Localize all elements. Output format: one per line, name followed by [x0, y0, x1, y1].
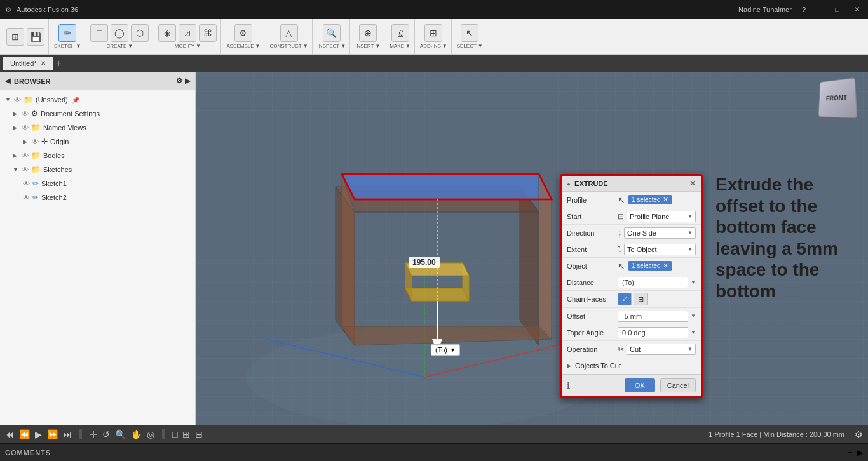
toolbar-section-modify[interactable]: ◈ ⊿ ⌘ MODIFY ▼ — [154, 19, 221, 54]
select-menu[interactable]: SELECT ▼ — [457, 43, 483, 49]
toolbar-section-assemble[interactable]: ⚙ ASSEMBLE ▼ — [222, 19, 264, 54]
operation-dropdown[interactable]: Cut ▼ — [627, 344, 696, 355]
info-icon[interactable]: ℹ — [567, 380, 570, 391]
make-icon[interactable]: 🖨 — [391, 24, 409, 42]
construct-menu[interactable]: CONSTRUCT ▼ — [269, 43, 308, 49]
visibility-sketch2-icon[interactable]: 👁 — [23, 194, 30, 201]
profile-selected-badge[interactable]: 1 selected ✕ — [628, 195, 672, 204]
play-back-icon[interactable]: ⏪ — [19, 429, 30, 439]
visibility-origin-icon[interactable]: 👁 — [32, 138, 39, 145]
toolbar-section-insert[interactable]: ⊕ INSERT ▼ — [351, 19, 384, 54]
insert-icon[interactable]: ⊕ — [359, 24, 377, 42]
close-button[interactable]: ✕ — [854, 5, 863, 14]
viewport[interactable]: 195.00 (To) ▼ FRONT ● EXTRUDE ✕ Pro — [196, 72, 868, 425]
distance-field[interactable]: (To) — [618, 277, 688, 288]
display-mode-icon[interactable]: □ — [172, 429, 177, 439]
pan-icon[interactable]: ✋ — [131, 429, 142, 439]
make-menu[interactable]: MAKE ▼ — [390, 43, 410, 49]
construct-icon[interactable]: △ — [280, 24, 298, 42]
sketch-tool-icon[interactable]: ✏ — [58, 24, 76, 42]
toolbar-section-create[interactable]: □ ◯ ⬡ CREATE ▼ — [86, 19, 153, 54]
create-icon1[interactable]: □ — [90, 24, 108, 42]
chain-faces-off-button[interactable]: ⊞ — [634, 293, 648, 305]
toolbar-section-model[interactable]: ✏ SKETCH ▼ — [50, 19, 85, 54]
distance-dropdown-arrow-icon[interactable]: ▼ — [691, 279, 696, 285]
visibility-sketches-icon[interactable]: 👁 — [22, 166, 29, 173]
viewcube[interactable]: FRONT — [811, 79, 862, 130]
offset-field[interactable]: -5 mm — [618, 311, 688, 322]
modify-menu[interactable]: MODIFY ▼ — [175, 43, 201, 49]
create-icon2[interactable]: ◯ — [111, 24, 128, 42]
object-selected-badge[interactable]: 1 selected ✕ — [628, 261, 672, 271]
play-icon[interactable]: ▶ — [35, 429, 42, 439]
minimize-button[interactable]: ─ — [816, 5, 825, 14]
taper-dropdown-arrow-icon[interactable]: ▼ — [691, 330, 696, 335]
new-tab-button[interactable]: + — [56, 58, 62, 69]
maximize-button[interactable]: □ — [835, 5, 844, 14]
tree-item-root[interactable]: ▼ 👁 📁 (Unsaved) 📌 — [0, 93, 195, 107]
insert-menu[interactable]: INSERT ▼ — [355, 43, 380, 49]
play-forward-icon[interactable]: ⏩ — [47, 429, 58, 439]
tree-item-doc-settings[interactable]: ▶ 👁 ⚙ Document Settings — [0, 107, 195, 121]
ok-button[interactable]: OK — [625, 378, 655, 392]
grid-icon[interactable]: ⊞ — [6, 28, 24, 46]
inspect-icon[interactable]: 🔍 — [323, 24, 341, 42]
chain-faces-on-button[interactable]: ✓ — [618, 293, 632, 305]
browser-settings-icon[interactable]: ⚙ — [176, 77, 182, 85]
cancel-button[interactable]: Cancel — [660, 378, 696, 392]
modify-icon3[interactable]: ⌘ — [199, 24, 217, 42]
visibility-sketch1-icon[interactable]: 👁 — [23, 180, 30, 187]
direction-dropdown[interactable]: One Side ▼ — [624, 227, 696, 239]
taper-field[interactable]: 0.0 deg — [618, 327, 688, 338]
visibility-doc-icon[interactable]: 👁 — [22, 110, 29, 117]
viewcube-box[interactable]: FRONT — [818, 77, 858, 118]
tree-item-bodies[interactable]: ▶ 👁 📁 Bodies — [0, 149, 195, 163]
extrude-collapse-icon[interactable]: ● — [567, 180, 571, 187]
profile-clear-button[interactable]: ✕ — [663, 196, 668, 204]
toolbar-section-inspect[interactable]: 🔍 INSPECT ▼ — [314, 19, 351, 54]
zoom-icon[interactable]: 🔍 — [115, 429, 126, 439]
addins-icon[interactable]: ⊞ — [424, 24, 442, 42]
browser-collapse-right-icon[interactable]: ▶ — [185, 77, 190, 85]
browser-collapse-icon[interactable]: ◀ — [5, 77, 10, 85]
offset-dropdown-arrow-icon[interactable]: ▼ — [691, 313, 696, 319]
comments-collapse-icon[interactable]: ▶ — [857, 448, 863, 457]
toolbar-section-addins[interactable]: ⊞ ADD-INS ▼ — [416, 19, 452, 54]
visibility-views-icon[interactable]: 👁 — [22, 124, 29, 131]
grid-display-icon[interactable]: ⊞ — [182, 429, 190, 439]
move-icon[interactable]: ✛ — [90, 429, 97, 439]
main-tab[interactable]: Untitled* ✕ — [3, 57, 53, 70]
orbit-icon[interactable]: ↺ — [102, 429, 110, 439]
assemble-menu[interactable]: ASSEMBLE ▼ — [226, 43, 260, 49]
help-icon[interactable]: ? — [802, 6, 806, 13]
assemble-icon[interactable]: ⚙ — [234, 24, 252, 42]
object-clear-button[interactable]: ✕ — [663, 262, 668, 270]
extrude-close-button[interactable]: ✕ — [689, 179, 696, 188]
display-settings-icon[interactable]: ⊟ — [195, 429, 203, 439]
inspect-menu[interactable]: INSPECT ▼ — [318, 43, 346, 49]
tree-item-sketch1[interactable]: 👁 ✏ Sketch1 — [0, 177, 195, 190]
extent-dropdown[interactable]: To Object ▼ — [624, 244, 696, 255]
visibility-bodies-icon[interactable]: 👁 — [22, 152, 29, 159]
look-at-icon[interactable]: ◎ — [147, 429, 154, 439]
play-next-icon[interactable]: ⏭ — [63, 429, 72, 439]
save-icon[interactable]: 💾 — [27, 28, 44, 46]
addins-menu[interactable]: ADD-INS ▼ — [420, 43, 447, 49]
toolbar-section-construct[interactable]: △ CONSTRUCT ▼ — [266, 19, 312, 54]
play-prev-icon[interactable]: ⏮ — [5, 429, 14, 439]
to-dropdown[interactable]: (To) ▼ — [431, 344, 460, 356]
select-icon[interactable]: ↖ — [461, 24, 478, 42]
create-menu[interactable]: CREATE ▼ — [106, 43, 133, 49]
visibility-icon[interactable]: 👁 — [14, 96, 21, 104]
display-quality-icon[interactable]: ⚙ — [855, 429, 863, 439]
create-icon3[interactable]: ⬡ — [131, 24, 149, 42]
toolbar-section-select[interactable]: ↖ SELECT ▼ — [453, 19, 487, 54]
tree-item-named-views[interactable]: ▶ 👁 📁 Named Views — [0, 121, 195, 135]
tree-item-sketches[interactable]: ▼ 👁 📁 Sketches — [0, 163, 195, 177]
toolbar-section-make[interactable]: 🖨 MAKE ▼ — [386, 19, 415, 54]
modify-icon2[interactable]: ⊿ — [179, 24, 196, 42]
tree-item-sketch2[interactable]: 👁 ✏ Sketch2 — [0, 190, 195, 204]
comments-add-icon[interactable]: + — [848, 448, 852, 457]
modify-icon1[interactable]: ◈ — [158, 24, 176, 42]
start-dropdown[interactable]: Profile Plane ▼ — [627, 211, 696, 222]
